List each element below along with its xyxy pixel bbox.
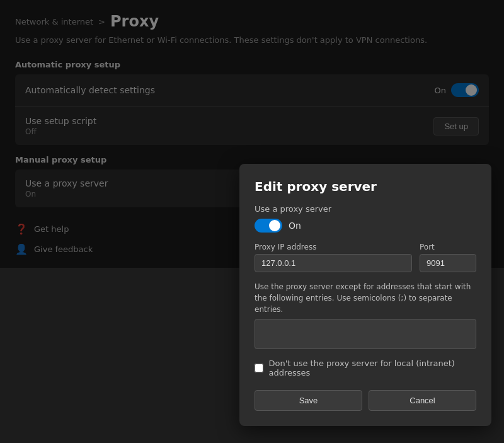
modal-toggle-slider xyxy=(255,219,282,233)
ip-field-group: Proxy IP address xyxy=(255,243,412,272)
save-button[interactable]: Save xyxy=(255,390,362,411)
port-input[interactable] xyxy=(420,254,476,272)
modal-toggle-row: On xyxy=(255,219,476,233)
modal-section-label: Use a proxy server xyxy=(255,204,476,214)
ip-port-row: Proxy IP address Port xyxy=(255,243,476,272)
modal-buttons: Save Cancel xyxy=(255,390,476,411)
local-checkbox[interactable] xyxy=(255,363,263,373)
ip-input[interactable] xyxy=(255,254,412,272)
modal-proxy-toggle[interactable] xyxy=(255,219,282,233)
page-container: Network & internet > Proxy Use a proxy s… xyxy=(0,0,504,268)
ip-label: Proxy IP address xyxy=(255,243,412,251)
exceptions-textarea[interactable] xyxy=(255,319,476,349)
exceptions-label: Use the proxy server except for addresse… xyxy=(255,281,476,315)
local-checkbox-label: Don't use the proxy server for local (in… xyxy=(268,359,476,377)
modal-overlay: Edit proxy server Use a proxy server On … xyxy=(0,0,504,268)
edit-proxy-modal: Edit proxy server Use a proxy server On … xyxy=(239,164,491,426)
port-label: Port xyxy=(420,243,476,251)
local-checkbox-row: Don't use the proxy server for local (in… xyxy=(255,359,476,377)
cancel-button[interactable]: Cancel xyxy=(369,390,476,411)
modal-title: Edit proxy server xyxy=(255,179,476,194)
port-field-group: Port xyxy=(420,243,476,272)
modal-toggle-text: On xyxy=(289,221,301,231)
